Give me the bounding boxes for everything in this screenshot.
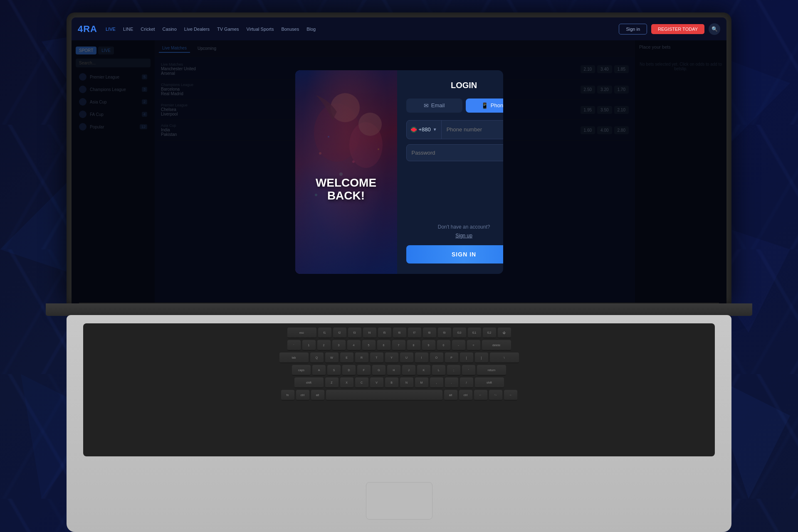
key-y[interactable]: Y bbox=[385, 352, 398, 363]
nav-live[interactable]: LIVE bbox=[106, 27, 116, 32]
key-s[interactable]: S bbox=[327, 365, 341, 376]
key-f5[interactable]: f5 bbox=[378, 328, 391, 338]
key-0[interactable]: 0 bbox=[437, 340, 450, 351]
key-a[interactable]: A bbox=[312, 365, 326, 376]
key-return[interactable]: return bbox=[477, 365, 506, 376]
nav-casino[interactable]: Casino bbox=[163, 27, 177, 32]
key-q[interactable]: Q bbox=[310, 352, 324, 363]
key-fn[interactable]: fn bbox=[281, 390, 294, 401]
key-3[interactable]: 3 bbox=[332, 340, 346, 351]
key-quote[interactable]: ' bbox=[462, 365, 475, 376]
email-tab[interactable]: ✉ Email bbox=[406, 99, 462, 113]
key-ctrl-right[interactable]: ctrl bbox=[459, 390, 472, 401]
laptop-bottom-lip bbox=[46, 303, 752, 316]
nav-tv-games[interactable]: TV Games bbox=[217, 27, 239, 32]
key-f1[interactable]: f1 bbox=[318, 328, 331, 338]
key-f3[interactable]: f3 bbox=[348, 328, 361, 338]
key-8[interactable]: 8 bbox=[407, 340, 420, 351]
keyboard-row-fn: esc f1 f2 f3 f4 f5 f6 f7 f8 f9 f10 f11 f… bbox=[87, 328, 711, 338]
signup-link[interactable]: Sign up bbox=[455, 233, 472, 239]
key-9[interactable]: 9 bbox=[422, 340, 435, 351]
key-ctrl[interactable]: ctrl bbox=[296, 390, 309, 401]
nav-virtual-sports[interactable]: Virtual Sports bbox=[247, 27, 274, 32]
key-t[interactable]: T bbox=[370, 352, 383, 363]
key-5[interactable]: 5 bbox=[362, 340, 376, 351]
key-slash[interactable]: / bbox=[460, 377, 473, 388]
key-4[interactable]: 4 bbox=[347, 340, 361, 351]
key-power[interactable]: ⏻ bbox=[498, 328, 511, 338]
touchpad[interactable] bbox=[366, 482, 432, 520]
nav-blog[interactable]: Blog bbox=[306, 27, 316, 32]
key-comma[interactable]: , bbox=[430, 377, 443, 388]
key-6[interactable]: 6 bbox=[377, 340, 390, 351]
key-f8[interactable]: f8 bbox=[423, 328, 436, 338]
key-tab[interactable]: tab bbox=[279, 352, 309, 363]
key-b[interactable]: B bbox=[385, 377, 398, 388]
key-f2[interactable]: f2 bbox=[333, 328, 346, 338]
key-equal[interactable]: = bbox=[467, 340, 480, 351]
header-register-button[interactable]: REGISTER TODAY bbox=[651, 24, 704, 34]
key-e[interactable]: E bbox=[340, 352, 353, 363]
key-alt-right[interactable]: alt bbox=[444, 390, 457, 401]
key-alt-left[interactable]: alt bbox=[311, 390, 324, 401]
key-j[interactable]: J bbox=[402, 365, 415, 376]
nav-live-dealers[interactable]: Live Dealers bbox=[184, 27, 210, 32]
key-k[interactable]: K bbox=[417, 365, 430, 376]
key-f12[interactable]: f12 bbox=[483, 328, 496, 338]
key-z[interactable]: Z bbox=[325, 377, 338, 388]
key-arrow-right[interactable]: → bbox=[504, 390, 517, 401]
key-f[interactable]: F bbox=[357, 365, 371, 376]
key-g[interactable]: G bbox=[372, 365, 385, 376]
key-x[interactable]: X bbox=[340, 377, 353, 388]
key-7[interactable]: 7 bbox=[392, 340, 405, 351]
welcome-line1: WELCOME bbox=[295, 177, 397, 190]
key-m[interactable]: M bbox=[415, 377, 428, 388]
key-v[interactable]: V bbox=[370, 377, 383, 388]
key-semicolon[interactable]: ; bbox=[447, 365, 460, 376]
key-lbracket[interactable]: [ bbox=[460, 352, 473, 363]
key-minus[interactable]: - bbox=[452, 340, 465, 351]
key-h[interactable]: H bbox=[387, 365, 400, 376]
key-period[interactable]: . bbox=[445, 377, 458, 388]
header-search-icon[interactable]: 🔍 bbox=[709, 23, 720, 35]
key-r[interactable]: R bbox=[355, 352, 368, 363]
key-delete[interactable]: delete bbox=[482, 340, 511, 351]
key-esc[interactable]: esc bbox=[287, 328, 316, 338]
key-caps[interactable]: caps bbox=[292, 365, 311, 376]
key-n[interactable]: N bbox=[400, 377, 413, 388]
phone-number-input[interactable] bbox=[442, 121, 503, 138]
key-c[interactable]: C bbox=[355, 377, 368, 388]
phone-input-group: +880 ▼ bbox=[406, 120, 503, 139]
key-space[interactable] bbox=[326, 390, 442, 401]
key-f9[interactable]: f9 bbox=[438, 328, 451, 338]
phone-tab[interactable]: 📱 Phone bbox=[466, 99, 503, 113]
key-arrow-updown[interactable]: ↑↓ bbox=[489, 390, 502, 401]
key-rbracket[interactable]: ] bbox=[475, 352, 488, 363]
signin-button[interactable]: SIGN IN bbox=[406, 245, 503, 264]
key-shift-left[interactable]: shift bbox=[294, 377, 324, 388]
key-f11[interactable]: f11 bbox=[468, 328, 481, 338]
key-f4[interactable]: f4 bbox=[363, 328, 376, 338]
phone-prefix-selector[interactable]: +880 ▼ bbox=[407, 121, 442, 139]
key-u[interactable]: U bbox=[400, 352, 413, 363]
header-signin-button[interactable]: Sign in bbox=[619, 24, 647, 34]
key-w[interactable]: W bbox=[325, 352, 338, 363]
key-p[interactable]: P bbox=[445, 352, 458, 363]
key-d[interactable]: D bbox=[342, 365, 356, 376]
key-f6[interactable]: f6 bbox=[393, 328, 406, 338]
key-arrow-left[interactable]: ← bbox=[474, 390, 487, 401]
key-2[interactable]: 2 bbox=[317, 340, 331, 351]
password-input[interactable] bbox=[407, 145, 503, 161]
key-f10[interactable]: f10 bbox=[453, 328, 466, 338]
nav-line[interactable]: LINE bbox=[123, 27, 133, 32]
nav-bonuses[interactable]: Bonuses bbox=[281, 27, 299, 32]
key-backtick[interactable]: ` bbox=[287, 340, 301, 351]
key-f7[interactable]: f7 bbox=[408, 328, 421, 338]
key-1[interactable]: 1 bbox=[302, 340, 316, 351]
key-l[interactable]: L bbox=[432, 365, 445, 376]
key-o[interactable]: O bbox=[430, 352, 443, 363]
nav-cricket[interactable]: Cricket bbox=[141, 27, 155, 32]
key-backslash[interactable]: \ bbox=[490, 352, 519, 363]
key-shift-right[interactable]: shift bbox=[475, 377, 504, 388]
key-i[interactable]: I bbox=[415, 352, 428, 363]
